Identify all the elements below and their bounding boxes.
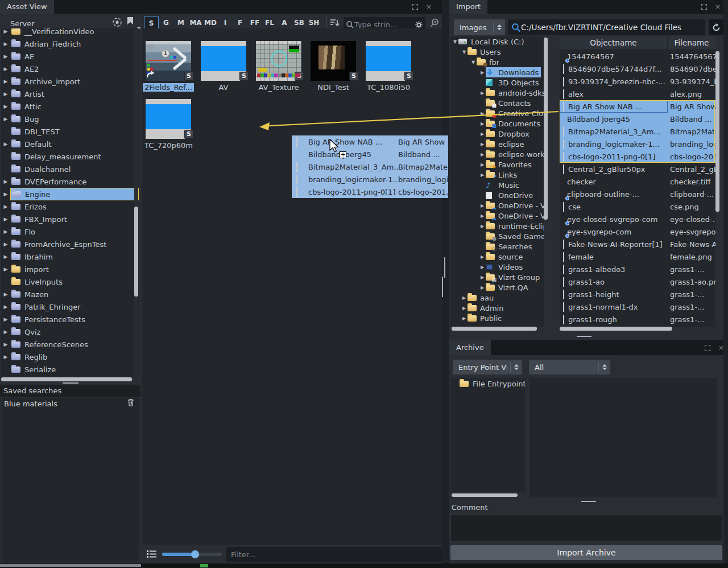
import-tree-item[interactable]: ▶★Favorites bbox=[450, 159, 544, 170]
import-tree-item[interactable]: ▶☁OneDrive - Vizrt bbox=[450, 200, 544, 211]
server-tree-item[interactable]: ▶Mazen bbox=[1, 288, 139, 301]
import-tree-item[interactable]: ▶source bbox=[450, 252, 544, 262]
expand-arrow-icon[interactable]: ▶ bbox=[479, 162, 486, 167]
expand-arrow-icon[interactable]: ▶ bbox=[1, 204, 10, 209]
scrollbar-thumb[interactable] bbox=[1, 377, 132, 381]
expand-arrow-icon[interactable]: ▶ bbox=[1, 229, 10, 234]
thumbnail-image[interactable]: S bbox=[256, 41, 301, 81]
server-tree-item[interactable]: ▶Qviz bbox=[1, 326, 139, 338]
list-view-icon[interactable] bbox=[147, 550, 157, 560]
import-archive-button[interactable]: Import Archive bbox=[450, 545, 722, 560]
expand-arrow-icon[interactable]: ▶ bbox=[1, 266, 10, 272]
import-type-dropdown[interactable]: Images bbox=[454, 19, 505, 35]
scrollbar-thumb[interactable] bbox=[560, 327, 672, 331]
expand-arrow-icon[interactable]: ▶ bbox=[1, 316, 10, 322]
expand-arrow-icon[interactable]: ▶ bbox=[479, 70, 486, 75]
expand-arrow-icon[interactable]: ▶ bbox=[479, 203, 486, 208]
import-tree-item[interactable]: 3D Objects bbox=[450, 77, 544, 88]
import-tree-item[interactable]: ▶↗Links bbox=[450, 170, 544, 180]
expand-arrow-icon[interactable]: ▶ bbox=[1, 141, 10, 147]
close-icon[interactable]: × bbox=[424, 2, 433, 11]
column-filename[interactable]: Filename bbox=[668, 36, 715, 50]
import-tree-item[interactable]: ▶▤Vizrt Group bbox=[450, 272, 544, 282]
expand-arrow-icon[interactable]: ▶ bbox=[1, 241, 10, 247]
file-table-row[interactable]: Big AR Show NAB ...Big AR Show ... bbox=[560, 100, 715, 113]
file-table-row[interactable]: grass1-roughgrass1-... bbox=[560, 313, 715, 326]
file-table-row[interactable]: Bildband Joerg45Bildband ... bbox=[560, 113, 715, 125]
import-tree-item[interactable]: ▶■Documents bbox=[450, 118, 544, 129]
file-table-row[interactable]: grass1-albedo3grass1-... bbox=[560, 263, 715, 275]
server-tree-item[interactable]: DBI_TEST bbox=[1, 125, 139, 138]
file-table-row[interactable]: eye-svgrepo-comeye-svgrepo-... bbox=[560, 225, 715, 238]
import-tree-item[interactable]: ▶Dropbox bbox=[450, 129, 544, 139]
expand-arrow-icon[interactable]: ▶ bbox=[1, 216, 10, 222]
expand-arrow-icon[interactable]: ▶ bbox=[479, 213, 486, 219]
maximize-icon[interactable] bbox=[411, 2, 420, 11]
import-tree-item[interactable]: ▶☁OneDrive - Vizrt bbox=[450, 211, 544, 221]
import-tree-item[interactable]: ▼●fbr bbox=[450, 57, 544, 67]
thumbnail-image[interactable]: S bbox=[146, 99, 191, 139]
tab-asset-view[interactable]: Asset View bbox=[0, 0, 54, 14]
import-tree-item[interactable]: ▶eclipse bbox=[450, 139, 544, 149]
thumbnail-size-slider[interactable] bbox=[162, 553, 222, 556]
expand-arrow-icon[interactable]: ▶ bbox=[1, 341, 10, 347]
server-tree-item[interactable]: ▶Reglib bbox=[1, 351, 139, 363]
expand-arrow-icon[interactable]: ▶ bbox=[479, 121, 486, 126]
archive-tree-item[interactable]: File Entrypoint bbox=[450, 378, 525, 389]
expand-arrow-icon[interactable]: ▶ bbox=[1, 66, 10, 72]
refresh-button[interactable] bbox=[709, 19, 723, 35]
server-tree-item[interactable]: ▶FBX_Import bbox=[1, 213, 139, 225]
expand-arrow-icon[interactable]: ▼ bbox=[461, 50, 468, 55]
import-tree-item[interactable]: ▶Vizrt.QA bbox=[450, 282, 544, 293]
expand-arrow-icon[interactable]: ▶ bbox=[461, 295, 468, 301]
thumbnail-image[interactable]: 1S bbox=[146, 41, 191, 81]
expand-arrow-icon[interactable]: ▶ bbox=[1, 254, 10, 260]
import-tree-item[interactable]: ▶●Creative Cloud Files bbox=[450, 108, 544, 118]
import-tree-item[interactable]: ■Contacts bbox=[450, 98, 544, 108]
expand-arrow-icon[interactable]: ▶ bbox=[479, 152, 486, 157]
server-tree-item[interactable]: ▶DVEPerformance bbox=[1, 175, 139, 188]
file-table-row[interactable]: Fake-News-AI-Reporter[1]Fake-News-AI... bbox=[560, 238, 715, 250]
server-tree-item[interactable]: ▶import bbox=[1, 263, 139, 275]
expand-arrow-icon[interactable]: ▶ bbox=[479, 285, 486, 290]
server-tree-item[interactable]: ▶__VerificationVideo bbox=[1, 28, 139, 38]
thumbnail-image[interactable]: S bbox=[311, 41, 356, 81]
expand-arrow-icon[interactable]: ▶ bbox=[461, 316, 468, 321]
expand-arrow-icon[interactable]: ▶ bbox=[1, 104, 10, 109]
import-tree-item[interactable]: ▶runtime-Eclipse bbox=[450, 221, 544, 231]
file-table-row[interactable]: Bitmap2Material_3_Am...Bitmap2Mate... bbox=[560, 125, 715, 138]
slider-thumb[interactable] bbox=[191, 550, 199, 558]
import-tree-item[interactable]: ♪Music bbox=[450, 180, 544, 190]
import-tree-item[interactable]: ▶Downloads bbox=[450, 67, 544, 77]
saved-search-item[interactable]: Blue materials bbox=[2, 398, 139, 410]
file-table-row[interactable]: Central_2_gBlur50pxCentral_2_gBl... bbox=[560, 163, 715, 175]
splitter-handle[interactable] bbox=[444, 257, 445, 278]
file-table-row[interactable]: branding_logicmaker-1...branding_logi... bbox=[560, 138, 715, 150]
file-table-row[interactable]: alexalex.png bbox=[560, 88, 715, 100]
file-table-row[interactable]: grass1-aograss1-ao.png bbox=[560, 275, 715, 288]
expand-arrow-icon[interactable]: ▶ bbox=[1, 53, 10, 59]
asset-thumbnail[interactable]: SAV_Texture bbox=[253, 41, 304, 93]
splitter-handle[interactable] bbox=[581, 501, 596, 502]
splitter-handle[interactable] bbox=[63, 382, 78, 384]
import-tree-item[interactable]: OneDrive bbox=[450, 190, 544, 200]
expand-arrow-icon[interactable]: ▶ bbox=[1, 91, 10, 97]
import-tree-item[interactable]: ▼Users bbox=[450, 47, 544, 57]
expand-arrow-icon[interactable]: ▶ bbox=[479, 254, 486, 260]
file-table-row[interactable]: eye-closed-svgrepo-comeye-closed-... bbox=[560, 213, 715, 225]
server-tree-item[interactable]: ▶AE2 bbox=[1, 63, 139, 75]
asset-thumbnail[interactable]: STC_720p60m bbox=[143, 99, 194, 151]
archive-view-dropdown[interactable]: Entry Point View bbox=[453, 360, 522, 374]
expand-arrow-icon[interactable]: ▶ bbox=[1, 354, 10, 360]
import-tree-item[interactable]: ▶aau bbox=[450, 293, 544, 303]
panel-splitter[interactable] bbox=[442, 0, 449, 563]
server-tree-item[interactable]: ▶AE bbox=[1, 50, 139, 63]
thumbnail-image[interactable]: S bbox=[201, 41, 246, 81]
splitter-handle[interactable] bbox=[577, 336, 592, 337]
file-table-row[interactable]: clipboard-outline-...clipboard-... bbox=[560, 188, 715, 200]
expand-arrow-icon[interactable]: ▶ bbox=[461, 306, 468, 311]
import-tree-item[interactable]: ▶Public bbox=[450, 313, 544, 323]
bookmark-icon[interactable] bbox=[127, 17, 140, 30]
server-tree-item[interactable]: ▶ReferenceScenes bbox=[1, 338, 139, 351]
expand-arrow-icon[interactable]: ▶ bbox=[1, 28, 10, 34]
